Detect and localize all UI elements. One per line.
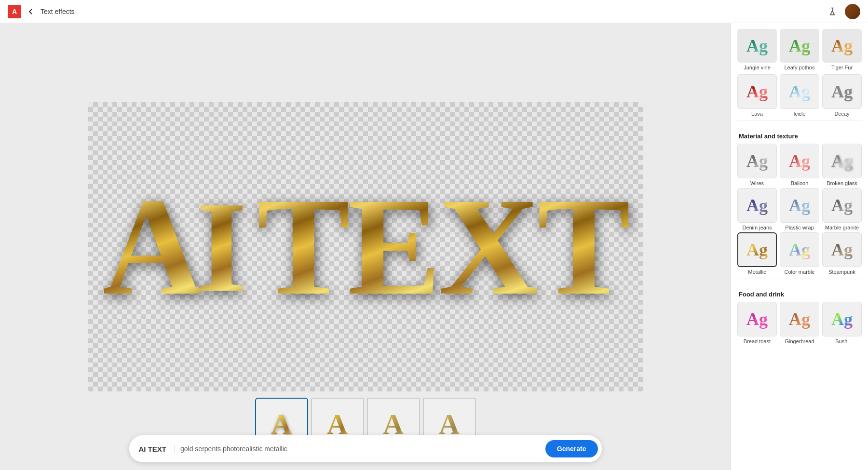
style-item-metallic[interactable]: Ag Metallic xyxy=(737,232,777,275)
main-layout: A I T E X T A A A A xyxy=(0,23,868,470)
ag-bread: Ag xyxy=(746,309,768,329)
ag-plastic: Ag xyxy=(789,195,810,215)
ag-balloon: Ag xyxy=(789,151,810,171)
style-item-tiger-fur[interactable]: Ag Tiger Fur xyxy=(822,29,862,70)
row2-style-grid: Ag Lava Ag Icicle Ag Decay xyxy=(731,74,868,117)
style-label-plastic-wrap: Plastic wrap xyxy=(785,225,814,230)
style-thumb-broken-glass[interactable]: Ag xyxy=(822,144,862,178)
style-thumb-gingerbread[interactable]: Ag xyxy=(780,302,819,336)
flask-icon[interactable] xyxy=(826,5,839,18)
food-style-grid: Ag Bread toast Ag Gingerbread Ag Sushi xyxy=(731,302,868,344)
style-item-broken-glass[interactable]: Ag Broken glass xyxy=(822,144,862,186)
ag-denim: Ag xyxy=(746,195,768,215)
style-label-tiger-fur: Tiger Fur xyxy=(831,65,853,70)
text-label: AI TEXT xyxy=(139,445,175,453)
material-section-header: Material and texture xyxy=(731,125,868,144)
ag-marble: Ag xyxy=(831,195,853,215)
ag-leafy: Ag xyxy=(789,36,810,56)
canvas-letter-i: I xyxy=(196,182,244,312)
style-thumb-plastic-wrap[interactable]: Ag xyxy=(780,188,819,223)
input-container: AI TEXT Generate xyxy=(129,435,602,462)
prompt-input[interactable] xyxy=(180,445,540,453)
material-style-grid: Ag Wires Ag Balloon Ag Broken glass xyxy=(731,144,868,275)
style-label-gingerbread: Gingerbread xyxy=(785,338,814,344)
style-item-color-marble[interactable]: Ag Color marble xyxy=(779,232,820,275)
canvas-letter-a: A xyxy=(103,177,201,317)
style-thumb-metallic[interactable]: Ag xyxy=(737,232,777,267)
style-thumb-color-marble[interactable]: Ag xyxy=(780,232,819,267)
style-label-icicle: Icicle xyxy=(793,111,805,117)
page-title: Text effects xyxy=(41,8,75,15)
right-sidebar: Ag Jungle vine Ag Leafy pothos Ag Tiger … xyxy=(731,23,868,470)
style-item-bread-toast[interactable]: Ag Bread toast xyxy=(737,302,777,344)
ag-ginger: Ag xyxy=(789,309,810,329)
style-label-lava: Lava xyxy=(751,111,763,117)
style-thumb-steampunk[interactable]: Ag xyxy=(822,232,862,267)
style-thumb-lava[interactable]: Ag xyxy=(737,74,777,109)
style-label-jungle-vine: Jungle vine xyxy=(744,65,771,70)
style-item-steampunk[interactable]: Ag Steampunk xyxy=(822,232,862,275)
ag-wires: Ag xyxy=(746,151,768,171)
style-thumb-leafy-pothos[interactable]: Ag xyxy=(780,29,819,63)
style-item-decay[interactable]: Ag Decay xyxy=(822,74,862,117)
style-item-jungle-vine[interactable]: Ag Jungle vine xyxy=(737,29,777,70)
style-thumb-bread-toast[interactable]: Ag xyxy=(737,302,777,336)
canvas-letter-x: X xyxy=(439,177,537,317)
ag-colormarble: Ag xyxy=(789,240,810,260)
style-thumb-denim-jeans[interactable]: Ag xyxy=(737,188,777,223)
style-thumb-marble-granite[interactable]: Ag xyxy=(822,188,862,223)
style-item-leafy-pothos[interactable]: Ag Leafy pothos xyxy=(779,29,820,70)
style-item-sushi[interactable]: Ag Sushi xyxy=(822,302,862,344)
style-item-marble-granite[interactable]: Ag Marble granite xyxy=(822,188,862,230)
style-label-bread-toast: Bread toast xyxy=(744,338,771,344)
canvas-letter-e: E xyxy=(348,177,438,317)
ag-metallic: Ag xyxy=(746,240,768,260)
canvas-container: A I T E X T xyxy=(88,102,643,391)
style-label-leafy-pothos: Leafy pothos xyxy=(785,65,815,70)
style-label-wires: Wires xyxy=(750,180,764,186)
app-header: A Text effects xyxy=(0,0,868,23)
canvas-letter-t: T xyxy=(257,177,348,317)
canvas-area: A I T E X T A A A A xyxy=(0,23,731,470)
generate-button[interactable]: Generate xyxy=(545,440,598,457)
style-thumb-wires[interactable]: Ag xyxy=(737,144,777,178)
style-label-denim-jeans: Denim jeans xyxy=(742,225,772,230)
ag-glass: Ag xyxy=(831,151,853,171)
style-item-icicle[interactable]: Ag Icicle xyxy=(779,74,820,117)
bottom-bar: AI TEXT Generate xyxy=(0,428,731,470)
ag-lava: Ag xyxy=(746,81,768,102)
food-section-header: Food and drink xyxy=(731,283,868,302)
style-label-decay: Decay xyxy=(834,111,849,117)
style-label-sushi: Sushi xyxy=(835,338,849,344)
style-label-balloon: Balloon xyxy=(791,180,809,186)
style-item-denim-jeans[interactable]: Ag Denim jeans xyxy=(737,188,777,230)
ag-jungle: Ag xyxy=(746,36,768,56)
style-item-gingerbread[interactable]: Ag Gingerbread xyxy=(779,302,820,344)
style-item-wires[interactable]: Ag Wires xyxy=(737,144,777,186)
style-label-steampunk: Steampunk xyxy=(828,269,855,275)
style-thumb-jungle-vine[interactable]: Ag xyxy=(737,29,777,63)
back-button[interactable] xyxy=(27,8,35,15)
style-thumb-decay[interactable]: Ag xyxy=(822,74,862,109)
style-item-plastic-wrap[interactable]: Ag Plastic wrap xyxy=(779,188,820,230)
ag-icicle: Ag xyxy=(789,81,810,102)
style-label-metallic: Metallic xyxy=(748,269,766,275)
style-thumb-icicle[interactable]: Ag xyxy=(780,74,819,109)
ag-steampunk: Ag xyxy=(831,240,853,260)
ag-sushi: Ag xyxy=(831,309,853,329)
style-thumb-sushi[interactable]: Ag xyxy=(822,302,862,336)
ag-decay: Ag xyxy=(831,81,853,102)
user-avatar[interactable] xyxy=(845,4,860,19)
style-thumb-tiger-fur[interactable]: Ag xyxy=(822,29,862,63)
app-logo: A xyxy=(8,5,21,18)
top-style-row: Ag Jungle vine Ag Leafy pothos Ag Tiger … xyxy=(731,23,868,72)
style-label-marble-granite: Marble granite xyxy=(825,225,859,230)
style-label-color-marble: Color marble xyxy=(785,269,815,275)
style-item-balloon[interactable]: Ag Balloon xyxy=(779,144,820,186)
style-label-broken-glass: Broken glass xyxy=(827,180,857,186)
style-item-lava[interactable]: Ag Lava xyxy=(737,74,777,117)
ag-tiger: Ag xyxy=(831,36,853,56)
header-icons xyxy=(826,4,860,19)
style-thumb-balloon[interactable]: Ag xyxy=(780,144,819,178)
canvas-letter-t2: T xyxy=(537,177,628,317)
